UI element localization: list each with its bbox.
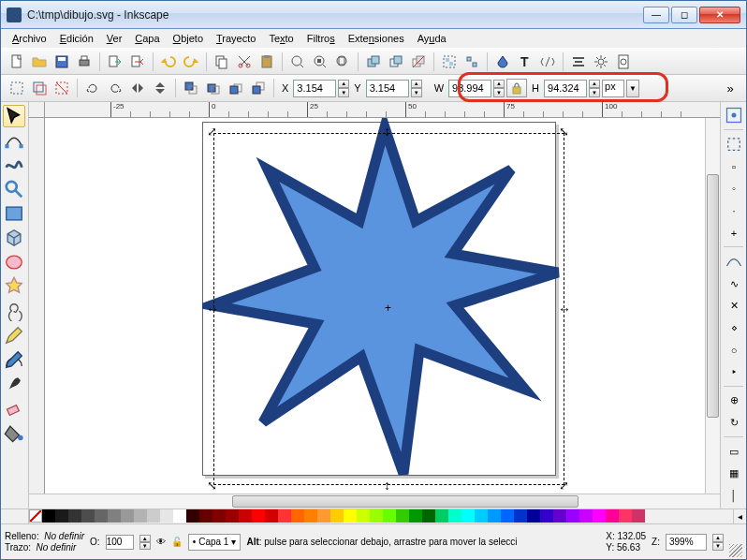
swatch[interactable] [226,509,239,523]
swatch[interactable] [593,509,606,523]
maximize-button[interactable]: ◻ [671,7,697,23]
zoom-tool-icon[interactable] [3,178,25,200]
x-spinner[interactable]: ▲▼ [338,80,349,97]
undo-icon[interactable] [158,52,179,72]
snap-path-icon[interactable]: ∿ [724,273,744,294]
menu-edicion[interactable]: Edición [54,31,99,46]
rotate-cw-icon[interactable] [105,78,125,98]
menu-texto[interactable]: Texto [263,31,299,46]
horizontal-scrollbar[interactable] [29,494,720,508]
snap-midpoint-icon[interactable]: ‣ [724,362,744,383]
resize-grip[interactable] [729,544,742,557]
pencil-tool-icon[interactable] [3,324,25,346]
snap-bbox-midpoint-icon[interactable]: · [724,200,744,221]
swatch[interactable] [488,509,501,523]
snap-bbox-icon[interactable] [724,134,744,155]
layer-lock-icon[interactable]: 🔓 [171,537,183,547]
y-spinner[interactable]: ▲▼ [411,80,422,97]
eraser-tool-icon[interactable] [3,397,25,420]
swatch[interactable] [186,509,199,523]
swatch[interactable] [160,509,173,523]
swatch[interactable] [370,509,383,523]
swatch[interactable] [619,509,632,523]
swatch[interactable] [68,509,81,523]
menu-filtros[interactable]: Filtros [301,31,341,46]
bucket-tool-icon[interactable] [3,421,25,444]
swatch[interactable] [540,509,553,523]
w-input[interactable] [448,80,491,97]
snap-smooth-icon[interactable]: ○ [724,340,744,361]
ungroup-icon[interactable] [461,52,482,72]
handle-se[interactable] [560,481,570,492]
snap-grid-icon[interactable]: ▦ [724,464,744,484]
swatch[interactable] [134,509,147,523]
zoom-spinner[interactable]: ▲▼ [712,534,724,551]
swatch[interactable] [396,509,409,523]
opacity-input[interactable] [106,535,134,550]
swatch[interactable] [501,509,514,523]
select-all-layers-icon[interactable] [29,78,50,98]
swatch[interactable] [606,509,619,523]
snap-node-icon[interactable] [724,251,744,272]
snap-bbox-corner-icon[interactable]: ◦ [724,179,744,199]
star-tool-icon[interactable] [3,275,25,298]
swatch[interactable] [632,509,645,523]
swatch[interactable] [475,509,488,523]
handle-nw[interactable] [208,127,218,138]
swatch[interactable] [173,509,186,523]
open-file-icon[interactable] [29,52,50,72]
snap-cusp-icon[interactable]: ⋄ [724,317,744,338]
menu-extensiones[interactable]: Extensiones [343,31,410,46]
handle-e[interactable] [560,305,570,316]
fill-stroke-icon[interactable] [492,52,513,72]
swatch[interactable] [291,509,304,523]
snap-intersect-icon[interactable]: ✕ [724,296,744,317]
handle-n[interactable] [384,127,394,138]
w-spinner[interactable]: ▲▼ [493,80,505,97]
snap-page-icon[interactable]: ▭ [724,441,744,462]
tweak-tool-icon[interactable] [3,154,25,176]
menu-ver[interactable]: Ver [101,31,128,46]
unlink-clone-icon[interactable] [408,52,429,72]
stroke-value[interactable]: No definir [37,542,77,553]
handle-ne[interactable] [560,127,570,138]
preferences-icon[interactable] [591,52,611,72]
3dbox-tool-icon[interactable] [3,227,25,249]
rect-tool-icon[interactable] [3,202,25,225]
redo-icon[interactable] [181,52,201,72]
palette-menu-icon[interactable]: ◂ [733,509,746,523]
node-tool-icon[interactable] [3,129,25,152]
zoom-page-icon[interactable] [332,52,353,72]
fill-value[interactable]: No definir [44,531,84,541]
swatch[interactable] [579,509,593,523]
zoom-input[interactable] [666,534,707,551]
swatch[interactable] [55,509,68,523]
h-spinner[interactable]: ▲▼ [589,80,600,97]
swatch[interactable] [435,509,448,523]
toolbar-chevron-icon[interactable]: » [720,78,740,98]
snap-guide-icon[interactable]: │ [724,485,744,506]
snap-bbox-center-icon[interactable]: + [724,223,744,243]
align-icon[interactable] [568,52,589,72]
unit-select[interactable]: px [602,80,624,97]
minimize-button[interactable]: — [643,7,669,23]
snap-enable-icon[interactable] [724,105,744,125]
raise-top-icon[interactable] [181,78,201,98]
xml-icon[interactable] [537,52,558,72]
save-file-icon[interactable] [51,52,72,72]
swatch[interactable] [252,509,265,523]
handle-s[interactable] [384,481,394,492]
swatch-none[interactable] [29,509,42,523]
calligraphy-tool-icon[interactable] [3,373,25,395]
swatch[interactable] [278,509,291,523]
lower-icon[interactable] [226,78,246,98]
vertical-scrollbar[interactable] [705,118,720,494]
snap-center-icon[interactable]: ⊕ [724,391,744,411]
y-input[interactable] [366,80,409,97]
layer-selector[interactable]: • Capa 1 ▾ [188,534,242,551]
doc-properties-icon[interactable] [613,52,634,72]
cut-icon[interactable] [234,52,255,72]
copy-icon[interactable] [212,52,232,72]
zoom-fit-icon[interactable] [287,52,308,72]
snap-bbox-edge-icon[interactable]: ▫ [724,156,744,177]
